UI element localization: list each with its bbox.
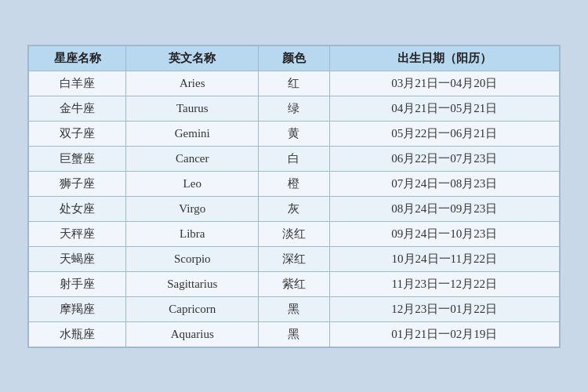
cell-row2-col1: Gemini (126, 121, 259, 146)
table-row: 射手座Sagittarius紫红11月23日一12月22日 (29, 271, 560, 296)
cell-row5-col1: Virgo (126, 196, 259, 221)
cell-row7-col1: Scorpio (126, 246, 259, 271)
cell-row5-col0: 处女座 (29, 196, 126, 221)
cell-row2-col0: 双子座 (29, 121, 126, 146)
cell-row0-col0: 白羊座 (29, 71, 126, 96)
cell-row1-col3: 04月21日一05月21日 (329, 96, 559, 121)
table-row: 天秤座Libra淡红09月24日一10月23日 (29, 221, 560, 246)
cell-row7-col0: 天蝎座 (29, 246, 126, 271)
cell-row3-col3: 06月22日一07月23日 (329, 146, 559, 171)
cell-row9-col3: 12月23日一01月22日 (329, 296, 559, 321)
header-color: 颜色 (259, 45, 329, 71)
cell-row6-col0: 天秤座 (29, 221, 126, 246)
cell-row3-col2: 白 (259, 146, 329, 171)
cell-row5-col3: 08月24日一09月23日 (329, 196, 559, 221)
cell-row2-col3: 05月22日一06月21日 (329, 121, 559, 146)
cell-row3-col1: Cancer (126, 146, 259, 171)
cell-row0-col2: 红 (259, 71, 329, 96)
table-body: 白羊座Aries红03月21日一04月20日金牛座Taurus绿04月21日一0… (29, 71, 560, 347)
cell-row9-col0: 摩羯座 (29, 296, 126, 321)
cell-row4-col0: 狮子座 (29, 171, 126, 196)
zodiac-table-container: 星座名称 英文名称 颜色 出生日期（阳历） 白羊座Aries红03月21日一04… (27, 45, 561, 348)
table-row: 摩羯座Capricorn黑12月23日一01月22日 (29, 296, 560, 321)
cell-row0-col1: Aries (126, 71, 259, 96)
cell-row8-col3: 11月23日一12月22日 (329, 271, 559, 296)
cell-row10-col2: 黑 (259, 321, 329, 347)
cell-row5-col2: 灰 (259, 196, 329, 221)
cell-row1-col2: 绿 (259, 96, 329, 121)
table-row: 狮子座Leo橙07月24日一08月23日 (29, 171, 560, 196)
cell-row4-col2: 橙 (259, 171, 329, 196)
table-row: 处女座Virgo灰08月24日一09月23日 (29, 196, 560, 221)
cell-row6-col3: 09月24日一10月23日 (329, 221, 559, 246)
cell-row7-col2: 深红 (259, 246, 329, 271)
table-header-row: 星座名称 英文名称 颜色 出生日期（阳历） (29, 45, 560, 71)
cell-row10-col0: 水瓶座 (29, 321, 126, 347)
cell-row0-col3: 03月21日一04月20日 (329, 71, 559, 96)
cell-row4-col3: 07月24日一08月23日 (329, 171, 559, 196)
header-chinese-name: 星座名称 (29, 45, 126, 71)
cell-row2-col2: 黄 (259, 121, 329, 146)
cell-row1-col0: 金牛座 (29, 96, 126, 121)
cell-row1-col1: Taurus (126, 96, 259, 121)
table-row: 白羊座Aries红03月21日一04月20日 (29, 71, 560, 96)
table-row: 巨蟹座Cancer白06月22日一07月23日 (29, 146, 560, 171)
zodiac-table: 星座名称 英文名称 颜色 出生日期（阳历） 白羊座Aries红03月21日一04… (28, 45, 560, 347)
cell-row8-col1: Sagittarius (126, 271, 259, 296)
cell-row9-col2: 黑 (259, 296, 329, 321)
table-row: 水瓶座Aquarius黑01月21日一02月19日 (29, 321, 560, 347)
cell-row7-col3: 10月24日一11月22日 (329, 246, 559, 271)
cell-row9-col1: Capricorn (126, 296, 259, 321)
cell-row4-col1: Leo (126, 171, 259, 196)
header-english-name: 英文名称 (126, 45, 259, 71)
cell-row10-col3: 01月21日一02月19日 (329, 321, 559, 347)
cell-row8-col2: 紫红 (259, 271, 329, 296)
table-row: 金牛座Taurus绿04月21日一05月21日 (29, 96, 560, 121)
table-row: 双子座Gemini黄05月22日一06月21日 (29, 121, 560, 146)
cell-row8-col0: 射手座 (29, 271, 126, 296)
cell-row10-col1: Aquarius (126, 321, 259, 347)
cell-row3-col0: 巨蟹座 (29, 146, 126, 171)
cell-row6-col2: 淡红 (259, 221, 329, 246)
cell-row6-col1: Libra (126, 221, 259, 246)
header-date: 出生日期（阳历） (329, 45, 559, 71)
table-row: 天蝎座Scorpio深红10月24日一11月22日 (29, 246, 560, 271)
